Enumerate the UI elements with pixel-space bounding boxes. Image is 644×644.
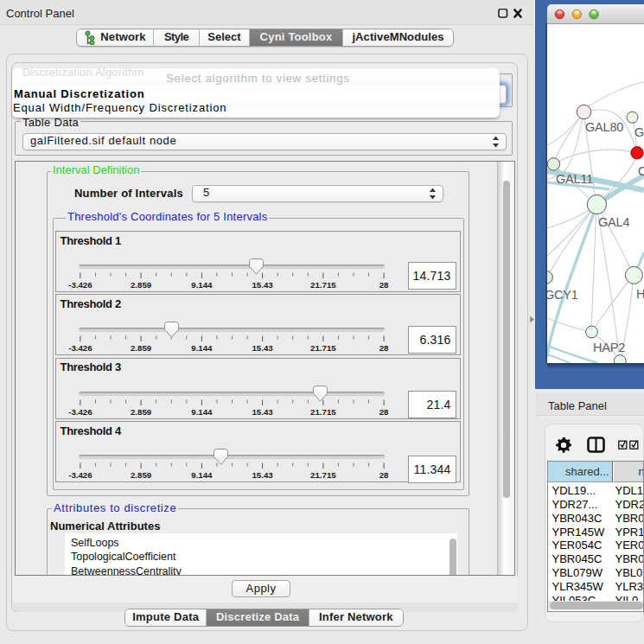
svg-text:H: H: [636, 287, 644, 301]
svg-text:C: C: [638, 164, 644, 178]
svg-text:GAL80: GAL80: [585, 120, 623, 134]
svg-text:HAP2: HAP2: [593, 341, 625, 354]
svg-text:G.: G.: [634, 125, 644, 139]
svg-text:GCY1: GCY1: [547, 288, 578, 302]
svg-text:GAL4: GAL4: [598, 215, 629, 229]
svg-text:GAL11: GAL11: [556, 172, 593, 186]
